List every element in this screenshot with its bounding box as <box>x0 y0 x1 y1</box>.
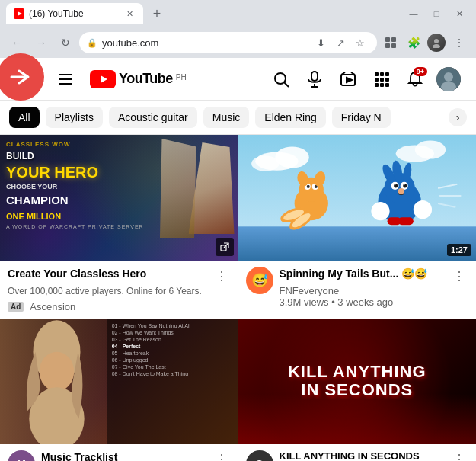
tracklist-overlay: 01 - When You Say Nothing At All 02 - Ho… <box>107 319 238 444</box>
tracklist-5: 05 - Heartbreak <box>112 351 234 356</box>
video-more-button-kill[interactable]: ⋮ <box>450 450 468 461</box>
share-icon[interactable]: ↗ <box>331 34 350 52</box>
tracklist-3: 03 - Get The Reason <box>112 337 234 342</box>
svg-point-62 <box>371 202 389 220</box>
back-button[interactable]: ← <box>6 32 27 53</box>
search-button[interactable] <box>266 64 296 94</box>
puzzle-icon[interactable]: 🧩 <box>403 32 424 53</box>
video-card-kill[interactable]: KILL ANYTHINGIN SECONDS G KILL ANYTHING … <box>238 319 477 461</box>
filter-chip-music[interactable]: Music <box>203 107 250 128</box>
svg-marker-14 <box>347 78 352 82</box>
svg-rect-10 <box>311 72 318 81</box>
video-grid: Classless WoW BUILD YOUR HERO CHOOSE YOU… <box>0 135 476 461</box>
extensions-icon[interactable] <box>380 32 401 53</box>
kill-text: KILL ANYTHINGIN SECONDS <box>288 363 426 399</box>
youtube-app: YouTube PH <box>0 58 476 461</box>
download-icon[interactable]: ⬇ <box>311 34 330 52</box>
svg-marker-7 <box>101 75 107 83</box>
video-card-wow[interactable]: Classless WoW BUILD YOUR HERO CHOOSE YOU… <box>0 135 238 319</box>
address-bar[interactable]: 🔒 youtube.com ⬇ ↗ ☆ <box>79 32 377 53</box>
video-title-tracklist: Music Tracklist <box>41 450 209 461</box>
video-more-button-tracklist[interactable]: ⋮ <box>212 450 231 461</box>
thumbnail-sonic: 1:27 <box>238 135 477 261</box>
window-controls: — □ ✕ <box>403 3 470 24</box>
kill-accent <box>238 394 477 444</box>
video-ad-row: Ad Ascension <box>8 301 231 312</box>
filter-bar: All Playlists Acoustic guitar Music Elde… <box>0 101 476 135</box>
maximize-button[interactable]: □ <box>426 3 447 24</box>
thumbnail-kill: KILL ANYTHINGIN SECONDS <box>238 319 477 444</box>
svg-rect-65 <box>398 217 413 225</box>
close-button[interactable]: ✕ <box>449 3 470 24</box>
video-info-tracklist: M Music Tracklist ⋮ <box>0 444 238 461</box>
svg-rect-3 <box>385 43 390 48</box>
video-meta-sonic: Spinning My Tails But... 😅😅 ⋮ FNFeveryon… <box>280 267 469 308</box>
tracklist-2: 02 - How We Want Things <box>112 330 234 335</box>
filter-chip-friday[interactable]: Friday N <box>332 107 391 128</box>
channel-avatar-kill: G <box>246 450 273 461</box>
video-title-row-sonic: Spinning My Tails But... 😅😅 ⋮ <box>280 267 469 285</box>
youtube-header: YouTube PH <box>0 58 476 101</box>
video-duration-sonic: 1:27 <box>447 244 471 256</box>
svg-point-59 <box>394 184 395 185</box>
profile-icon[interactable] <box>426 32 447 53</box>
svg-rect-20 <box>375 78 379 82</box>
video-title-sonic: Spinning My Tails But... 😅😅 <box>280 267 448 280</box>
youtube-logo-text: YouTube <box>119 71 173 87</box>
video-more-button-sonic[interactable]: ⋮ <box>450 267 468 285</box>
video-card-tracklist[interactable]: 01 - When You Say Nothing At All 02 - Ho… <box>0 319 238 461</box>
video-info-sonic: 😅 Spinning My Tails But... 😅😅 ⋮ FNFevery… <box>238 261 477 314</box>
svg-rect-23 <box>375 83 379 87</box>
youtube-logo[interactable]: YouTube PH <box>90 70 187 88</box>
filter-chip-playlists[interactable]: Playlists <box>46 107 103 128</box>
create-button[interactable] <box>333 64 363 94</box>
browser-title-bar: (16) YouTube ✕ + — □ ✕ <box>0 0 476 27</box>
svg-point-6 <box>433 44 440 48</box>
filter-chip-all[interactable]: All <box>9 107 40 128</box>
video-card-sonic[interactable]: 1:27 😅 Spinning My Tails But... 😅😅 ⋮ FNF… <box>238 135 477 319</box>
tracklist-1: 01 - When You Say Nothing At All <box>112 323 234 328</box>
svg-rect-1 <box>385 37 390 42</box>
video-title-wow: Create Your Classless Hero <box>8 267 209 280</box>
svg-point-35 <box>251 156 279 171</box>
notification-badge: 9+ <box>414 67 427 76</box>
svg-rect-2 <box>391 37 396 42</box>
filter-next-button[interactable]: › <box>449 108 467 126</box>
thumbnail-tracklist: 01 - When You Say Nothing At All 02 - Ho… <box>0 319 238 444</box>
microphone-button[interactable] <box>299 64 330 94</box>
forward-button[interactable]: → <box>30 32 52 53</box>
filter-chip-elden-ring[interactable]: Elden Ring <box>255 107 326 128</box>
filter-chip-acoustic[interactable]: Acoustic guitar <box>109 107 197 128</box>
tracklist-4: 04 - Perfect <box>112 344 234 349</box>
svg-rect-18 <box>380 72 384 76</box>
channel-name-wow: Ascension <box>30 301 75 312</box>
tab-title: (16) YouTube <box>29 8 84 19</box>
refresh-button[interactable]: ↻ <box>55 32 76 53</box>
svg-point-42 <box>306 185 309 188</box>
video-title-row-kill: KILL ANYTHING IN SECONDS ⋮ <box>280 450 469 461</box>
minimize-button[interactable]: — <box>403 3 424 24</box>
header-icons: 9+ <box>266 64 464 94</box>
svg-point-61 <box>398 188 404 194</box>
video-meta-wow: Create Your Classless Hero ⋮ Over 100,00… <box>8 267 231 312</box>
tab-close-button[interactable]: ✕ <box>123 8 136 20</box>
svg-rect-17 <box>375 72 379 76</box>
apps-grid-button[interactable] <box>366 64 397 94</box>
svg-rect-21 <box>380 78 384 82</box>
new-tab-button[interactable]: + <box>146 3 168 24</box>
video-meta-kill: KILL ANYTHING IN SECONDS ⋮ <box>280 450 469 461</box>
star-icon[interactable]: ☆ <box>351 34 369 52</box>
svg-point-71 <box>40 352 75 392</box>
svg-point-27 <box>444 72 453 82</box>
account-avatar[interactable] <box>433 64 464 94</box>
video-more-button-wow[interactable]: ⋮ <box>212 267 231 285</box>
menu-icon[interactable]: ⋮ <box>449 32 470 53</box>
lock-icon: 🔒 <box>87 38 97 48</box>
svg-marker-0 <box>18 11 22 16</box>
notification-button[interactable]: 9+ <box>400 64 430 94</box>
channel-name-sonic: FNFeveryone <box>280 285 469 296</box>
video-stats-sonic: 3.9M views • 3 weeks ago <box>280 296 469 308</box>
hamburger-menu-button[interactable] <box>50 64 81 94</box>
tab-favicon <box>14 8 24 19</box>
browser-tab[interactable]: (16) YouTube ✕ <box>6 3 143 24</box>
